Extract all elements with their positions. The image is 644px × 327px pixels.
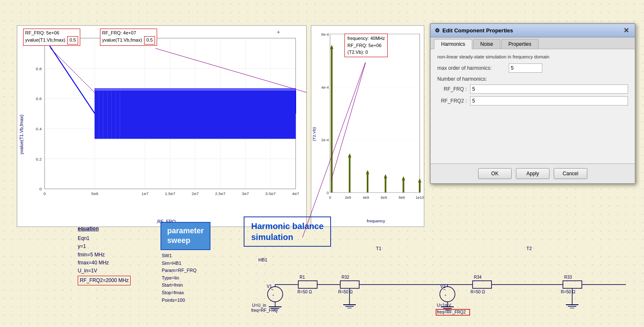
- svg-text:+: +: [444, 293, 447, 297]
- svg-text:0.4: 0.4: [36, 127, 42, 131]
- svg-text:0: 0: [39, 187, 42, 191]
- dialog-titlebar: ⚙ Edit Component Properties ✕: [431, 24, 635, 37]
- eqn-line-4: fmax=40 MHz: [78, 259, 131, 267]
- svg-text:0.8: 0.8: [36, 66, 42, 71]
- ann1-line1: RF_FRQ: 5e+06: [25, 30, 59, 35]
- svg-text:-: -: [272, 299, 273, 303]
- hb-simulation-block: Harmonic balance simulation: [244, 216, 331, 247]
- svg-text:R=50 Ω: R=50 Ω: [297, 290, 312, 294]
- sw1-line-6: Stop=fmax: [162, 289, 197, 297]
- harmonic-1-name: RF_FRQ :: [437, 86, 467, 92]
- svg-text:4e7: 4e7: [292, 191, 299, 196]
- schematic-svg: ~ + - V1 U=U_in freq=RF_FRQ R1 R=50 Ω R3…: [244, 256, 630, 324]
- sw1-line-5: Start=fmin: [162, 282, 197, 289]
- dialog-description: non-linear steady-state simulation in fr…: [437, 54, 628, 59]
- apply-button[interactable]: Apply: [516, 168, 549, 179]
- svg-text:0: 0: [43, 191, 46, 196]
- svg-rect-64: [331, 47, 333, 193]
- annotation-3: frequency: 40MHz RF_FRQ: 5e+06 (T2.Vb): …: [344, 34, 388, 57]
- svg-text:6e-4: 6e-4: [321, 32, 329, 37]
- chart-left: yvalue(T1.Vb,fmax) .RF_FRQ: [17, 25, 307, 227]
- num-harmonics-label: Number of harmonics:: [437, 76, 628, 82]
- ok-button[interactable]: OK: [478, 168, 512, 179]
- svg-rect-65: [349, 155, 350, 193]
- svg-text:R34: R34: [474, 275, 482, 280]
- svg-text:R=50 Ω: R=50 Ω: [338, 290, 353, 294]
- svg-text:yvalue(T1.Vb,fmax): yvalue(T1.Vb,fmax): [19, 115, 24, 155]
- svg-text:1e10: 1e10: [415, 195, 424, 200]
- edit-component-dialog: ⚙ Edit Component Properties ✕ Harmonics …: [430, 23, 636, 184]
- svg-text:0.2: 0.2: [36, 157, 42, 161]
- ann1-value: 0.5: [67, 36, 78, 44]
- eqn-line-2: y=1: [78, 243, 131, 251]
- svg-point-104: [440, 287, 455, 302]
- svg-rect-66: [367, 171, 368, 193]
- tab-properties[interactable]: Properties: [501, 39, 539, 49]
- ann3-line3: (T2.Vb): 0: [347, 50, 368, 55]
- svg-text:(T2.Vb): (T2.Vb): [312, 127, 316, 141]
- svg-rect-38: [95, 90, 296, 139]
- dialog-title: ⚙ Edit Component Properties: [435, 27, 513, 34]
- svg-text:-: -: [444, 299, 446, 303]
- svg-text:V1: V1: [267, 284, 272, 289]
- ann1-line2: yvalue(T1.Vb,fmax): [25, 37, 65, 42]
- svg-text:R1: R1: [300, 275, 305, 280]
- max-order-label: max order of harmonics:: [437, 65, 509, 71]
- svg-rect-87: [298, 281, 317, 288]
- ann2-line1: RF_FRQ: 4e+07: [102, 30, 136, 35]
- dialog-footer: OK Apply Cancel: [431, 164, 635, 183]
- svg-point-80: [268, 287, 283, 302]
- svg-text:5e6: 5e6: [91, 191, 98, 196]
- svg-text:3e7: 3e7: [242, 191, 249, 196]
- sw1-block: SW1 Sim=HB1 Param=RF_FRQ Type=lin Start=…: [162, 252, 197, 304]
- svg-text:4e-4: 4e-4: [321, 85, 329, 90]
- svg-text:+: +: [277, 29, 280, 35]
- svg-rect-118: [473, 281, 492, 288]
- svg-text:0.6: 0.6: [36, 96, 42, 101]
- ann2-line2: yvalue(T1.Vb,fmax): [102, 37, 142, 42]
- cancel-button[interactable]: Cancel: [554, 168, 587, 179]
- svg-text:2e-4: 2e-4: [321, 138, 329, 142]
- sw1-line-4: Type=lin: [162, 274, 197, 282]
- svg-text:2e9: 2e9: [345, 195, 351, 200]
- harmonic-1-input[interactable]: [470, 84, 628, 94]
- svg-rect-97: [340, 281, 359, 288]
- tab-noise[interactable]: Noise: [473, 39, 500, 49]
- svg-rect-122: [563, 281, 582, 288]
- harmonic-2-name: RF_FRQ2 :: [437, 98, 467, 104]
- equation-title: equation: [78, 225, 131, 233]
- svg-text:8e9: 8e9: [399, 195, 405, 200]
- eqn-highlight: RF_FRQ2=2000 MHz: [78, 276, 131, 285]
- t2-label: T2: [526, 246, 532, 251]
- ann3-line1: frequency: 40MHz: [347, 36, 385, 41]
- svg-text:R33: R33: [564, 275, 572, 280]
- annotation-1: RF_FRQ: 5e+06 yvalue(T1.Vb,fmax) 0.5: [23, 29, 80, 46]
- annotation-2: RF_FRQ: 4e+07 yvalue(T1.Vb,fmax) 0.5: [100, 29, 157, 46]
- svg-text:freq=RF_FRQ2: freq=RF_FRQ2: [437, 310, 466, 314]
- svg-text:R=50 Ω: R=50 Ω: [471, 290, 485, 294]
- schematic-area: yvalue(T1.Vb,fmax) .RF_FRQ: [0, 0, 644, 327]
- dialog-title-text: Edit Component Properties: [442, 27, 513, 34]
- max-order-row: max order of harmonics:: [437, 63, 628, 73]
- dialog-tabs: Harmonics Noise Properties: [431, 37, 635, 49]
- equation-block: equation Eqn1 y=1 fmin=5 MHz fmax=40 MHz…: [78, 225, 131, 285]
- ann2-value: 0.5: [144, 36, 155, 44]
- svg-text:2e7: 2e7: [192, 191, 199, 196]
- tab-harmonics[interactable]: Harmonics: [434, 39, 472, 49]
- dialog-icon: ⚙: [435, 27, 440, 34]
- dialog-close-button[interactable]: ✕: [622, 26, 631, 34]
- svg-text:4e9: 4e9: [363, 195, 369, 200]
- svg-text:1e7: 1e7: [142, 191, 149, 196]
- ann3-line2: RF_FRQ: 5e+06: [347, 43, 381, 48]
- sw1-line-2: Sim=HB1: [162, 260, 197, 267]
- harmonic-row-1: RF_FRQ :: [437, 84, 628, 94]
- param-sweep-block: parameter sweep: [160, 222, 210, 250]
- eqn-line-5: U_in=1V: [78, 267, 131, 275]
- sw1-line-3: Param=RF_FRQ: [162, 267, 197, 274]
- max-order-input[interactable]: [509, 63, 542, 73]
- svg-text:1.5e7: 1.5e7: [165, 191, 175, 196]
- svg-text:R=50 Ω: R=50 Ω: [561, 290, 576, 294]
- svg-text:0: 0: [329, 195, 331, 200]
- harmonic-2-input[interactable]: [470, 96, 628, 105]
- eqn-line-1: Eqn1: [78, 235, 131, 243]
